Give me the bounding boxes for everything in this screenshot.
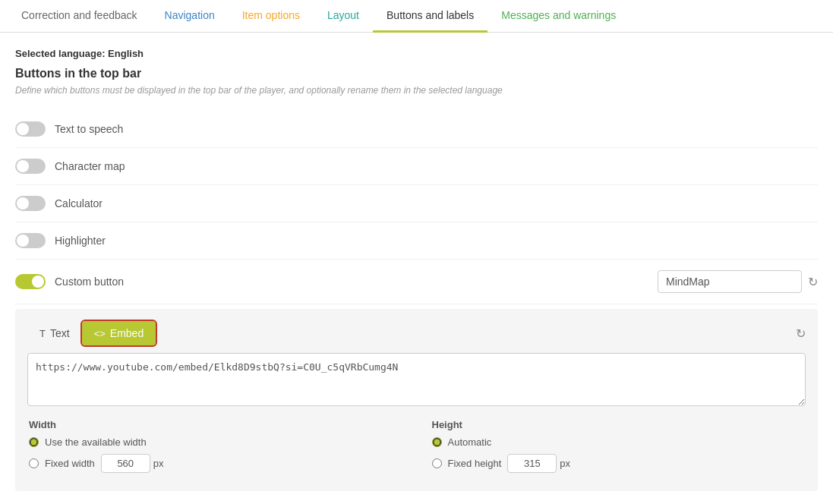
text-to-speech-toggle[interactable]: [15, 121, 46, 137]
custom-button-label: Custom button: [55, 276, 124, 288]
height-auto-label: Automatic: [448, 436, 492, 448]
tab-item-options[interactable]: Item options: [229, 0, 314, 33]
custom-button-input[interactable]: [658, 270, 802, 293]
width-fixed-radio[interactable]: [29, 458, 39, 468]
character-map-toggle[interactable]: [15, 159, 46, 174]
width-px-label: px: [153, 458, 164, 469]
highlighter-toggle[interactable]: [15, 233, 46, 248]
tab-messages-warnings[interactable]: Messages and warnings: [487, 0, 629, 33]
text-to-speech-label: Text to speech: [55, 123, 123, 135]
character-map-row: Character map: [15, 148, 818, 185]
width-available-row: Use the available width: [29, 436, 402, 448]
width-fixed-label: Fixed width: [45, 458, 95, 469]
custom-button-left: Custom button: [15, 274, 658, 289]
tab-buttons-labels[interactable]: Buttons and labels: [373, 0, 487, 33]
embed-tab-label: Embed: [110, 327, 144, 339]
width-group: Width Use the available width Fixed widt…: [29, 419, 402, 479]
height-auto-row: Automatic: [432, 436, 805, 448]
custom-button-toggle[interactable]: [15, 274, 46, 289]
calculator-row: Calculator: [15, 185, 818, 222]
text-tab-label: Text: [50, 327, 70, 339]
height-group: Height Automatic Fixed height px: [432, 419, 805, 479]
text-to-speech-row: Text to speech: [15, 111, 818, 148]
height-title: Height: [432, 419, 805, 430]
height-fixed-input[interactable]: [507, 454, 557, 473]
calculator-toggle[interactable]: [15, 196, 46, 211]
custom-button-input-wrap: ↻: [658, 270, 818, 293]
height-fixed-label: Fixed height: [448, 458, 502, 469]
height-px-label: px: [560, 458, 570, 469]
selected-lang-label: Selected language:: [15, 48, 105, 59]
custom-button-refresh[interactable]: ↻: [808, 275, 818, 289]
width-fixed-row: Fixed width px: [29, 454, 402, 473]
width-available-label: Use the available width: [45, 436, 147, 448]
width-fixed-input[interactable]: [101, 454, 150, 473]
calculator-label: Calculator: [55, 197, 103, 209]
embed-url-textarea[interactable]: https://www.youtube.com/embed/Elkd8D9stb…: [27, 353, 806, 406]
main-tabs: Correction and feedback Navigation Item …: [0, 0, 833, 33]
highlighter-label: Highlighter: [55, 235, 106, 247]
selected-lang-value: English: [108, 48, 144, 59]
section-desc: Define which buttons must be displayed i…: [15, 85, 818, 96]
highlighter-row: Highlighter: [15, 222, 818, 260]
selected-language-row: Selected language: English: [15, 48, 818, 59]
inner-tab-bar: T Text <> Embed ↻: [27, 321, 806, 345]
embed-icon: <>: [94, 328, 106, 339]
width-available-radio[interactable]: [29, 437, 39, 447]
content-area: Selected language: English Buttons in th…: [0, 33, 833, 491]
embed-tab[interactable]: <> Embed: [82, 321, 156, 345]
embed-section: T Text <> Embed ↻ https://www.youtube.co…: [15, 309, 818, 491]
tab-layout[interactable]: Layout: [314, 0, 373, 33]
section-title: Buttons in the top bar: [15, 67, 818, 80]
embed-refresh-button[interactable]: ↻: [796, 326, 806, 341]
width-title: Width: [29, 419, 402, 430]
text-icon: T: [39, 328, 46, 339]
tab-correction[interactable]: Correction and feedback: [8, 0, 151, 33]
character-map-label: Character map: [55, 160, 125, 172]
text-tab[interactable]: T Text: [27, 321, 82, 345]
custom-button-row: Custom button ↻: [15, 260, 818, 304]
dimensions-section: Width Use the available width Fixed widt…: [27, 419, 806, 479]
height-fixed-radio[interactable]: [432, 458, 442, 468]
height-fixed-row: Fixed height px: [432, 454, 805, 473]
tab-navigation[interactable]: Navigation: [151, 0, 229, 33]
height-auto-radio[interactable]: [432, 437, 442, 447]
